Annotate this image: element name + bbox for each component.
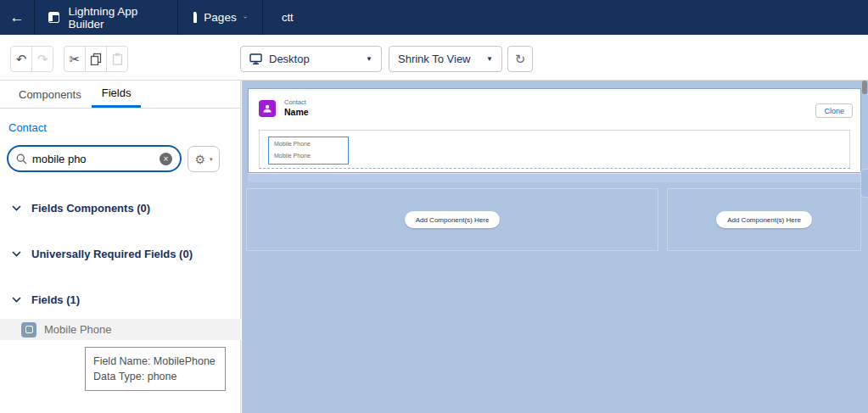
- back-button[interactable]: ←: [0, 0, 35, 35]
- refresh-icon: ↻: [515, 52, 526, 67]
- add-components-button[interactable]: Add Component(s) Here: [405, 211, 501, 228]
- app-title-section: Lightning App Builder: [35, 0, 178, 35]
- section-fields[interactable]: Fields (1): [0, 292, 241, 307]
- record-title: Name: [284, 107, 309, 117]
- section-label: Universally Required Fields (0): [31, 248, 193, 260]
- tab-components[interactable]: Components: [8, 81, 92, 108]
- record-card-footer-band: [248, 173, 861, 182]
- desktop-icon: [249, 53, 262, 64]
- device-selector-value: Desktop: [269, 53, 310, 65]
- mobile-phone-field-placement[interactable]: Mobile Phone Mobile Phone: [268, 137, 349, 165]
- field-list-item-mobile-phone[interactable]: Mobile Phone: [0, 319, 241, 340]
- pages-menu-label: Pages: [204, 11, 236, 24]
- dropzone-left-region[interactable]: Add Component(s) Here: [246, 188, 658, 251]
- section-universally-required[interactable]: Universally Required Fields (0): [0, 246, 241, 261]
- copy-button[interactable]: [85, 46, 107, 72]
- triangle-down-icon: ▼: [366, 55, 372, 63]
- field-label: Mobile Phone: [274, 141, 343, 147]
- tab-components-label: Components: [19, 88, 81, 101]
- cut-icon: ✂: [70, 52, 81, 67]
- paste-icon: [112, 53, 123, 65]
- section-fields-components[interactable]: Fields Components (0): [0, 200, 241, 215]
- sidebar-tabs: Components Fields: [0, 81, 240, 109]
- device-selector[interactable]: Desktop ▼: [240, 46, 382, 72]
- field-item-label: Mobile Phone: [44, 323, 112, 336]
- chevron-down-icon: [12, 251, 21, 257]
- undo-redo-group: ↶ ↷: [10, 46, 53, 72]
- refresh-button[interactable]: ↻: [507, 46, 533, 72]
- chevron-down-icon: [244, 14, 247, 20]
- tab-fields[interactable]: Fields: [92, 81, 142, 108]
- back-icon: ←: [10, 9, 25, 26]
- field-search-box[interactable]: ×: [7, 145, 182, 172]
- object-link[interactable]: Contact: [8, 121, 47, 134]
- tooltip-field-name: Field Name: MobilePhone: [93, 354, 217, 369]
- settings-dropdown-button[interactable]: ⚙ ▾: [188, 146, 220, 172]
- canvas-side-handle[interactable]: [860, 169, 868, 198]
- section-label: Fields Components (0): [31, 202, 150, 215]
- tab-fields-label: Fields: [102, 87, 132, 99]
- gear-icon: ⚙: [194, 153, 205, 166]
- app-builder-icon: [48, 12, 59, 23]
- undo-button[interactable]: ↶: [10, 46, 32, 72]
- clipboard-group: ✂: [64, 46, 128, 72]
- field-value: Mobile Phone: [274, 153, 343, 159]
- gear-triangle-icon: ▾: [210, 156, 213, 163]
- components-sidebar: Components Fields Contact × ⚙ ▾ Fields C…: [0, 81, 241, 413]
- triangle-down-icon: ▼: [486, 55, 493, 63]
- builder-toolbar: ↶ ↷ ✂ Desktop ▼ Sh: [0, 35, 868, 81]
- dropzone-right-region[interactable]: Add Component(s) Here: [667, 188, 861, 251]
- tooltip-data-type: Data Type: phone: [93, 369, 217, 384]
- view-mode-value: Shrink To View: [398, 53, 471, 65]
- redo-button[interactable]: ↷: [31, 46, 53, 72]
- redo-icon: ↷: [37, 52, 48, 67]
- cut-button[interactable]: ✂: [64, 46, 86, 72]
- copy-icon: [90, 53, 102, 65]
- vertical-scrollbar-thumb[interactable]: [862, 81, 867, 94]
- chevron-down-icon: [12, 297, 21, 303]
- top-navbar: ← Lightning App Builder Pages ctt: [0, 0, 868, 35]
- page-canvas: Contact Name Clone Mobile Phone Mobile P…: [242, 81, 868, 413]
- search-input[interactable]: [32, 153, 154, 165]
- view-mode-selector[interactable]: Shrink To View ▼: [389, 46, 502, 72]
- pages-menu-button[interactable]: Pages: [178, 0, 263, 35]
- field-tooltip: Field Name: MobilePhone Data Type: phone: [85, 347, 226, 391]
- contact-object-icon: [259, 100, 276, 117]
- record-object-label: Contact: [284, 98, 309, 106]
- clear-search-icon[interactable]: ×: [160, 153, 172, 165]
- current-page-name: ctt: [263, 0, 312, 35]
- record-detail-component[interactable]: Contact Name Clone Mobile Phone Mobile P…: [248, 88, 861, 173]
- clone-button[interactable]: Clone: [815, 103, 853, 118]
- undo-icon: ↶: [16, 52, 27, 67]
- app-title: Lightning App Builder: [68, 5, 164, 31]
- search-icon: [16, 153, 27, 165]
- paste-button[interactable]: [106, 46, 128, 72]
- field-type-icon: [21, 322, 36, 338]
- add-components-button[interactable]: Add Component(s) Here: [716, 211, 812, 228]
- field-section-dropzone[interactable]: Mobile Phone Mobile Phone: [259, 130, 850, 169]
- record-card-header: Contact Name: [284, 98, 309, 117]
- section-label: Fields (1): [31, 293, 80, 306]
- page-icon: [193, 12, 197, 23]
- chevron-down-icon: [12, 205, 21, 211]
